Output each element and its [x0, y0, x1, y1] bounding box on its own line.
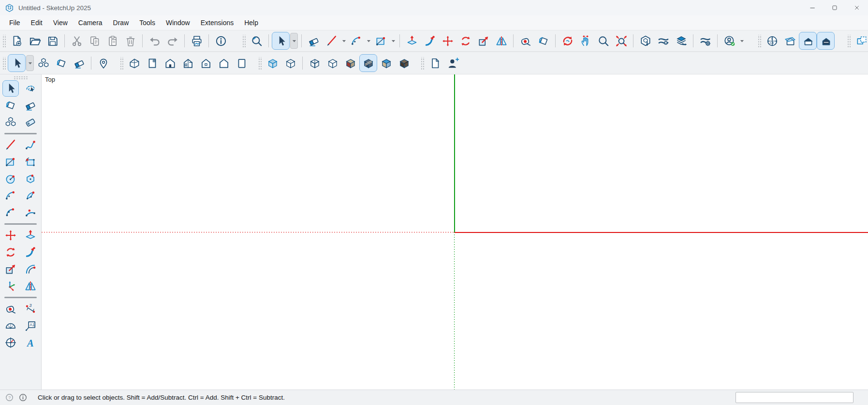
- offset-tool-button[interactable]: [22, 261, 39, 277]
- text-tool-button[interactable]: A1: [22, 318, 39, 334]
- rotate-button[interactable]: [456, 32, 474, 50]
- display-section-cuts-button[interactable]: [799, 32, 817, 50]
- style-hidden-line-button[interactable]: [324, 54, 341, 72]
- menu-view[interactable]: View: [48, 17, 73, 29]
- arc-dropdown-button[interactable]: [365, 33, 372, 49]
- rotated-rectangle-tool-button[interactable]: [22, 154, 39, 170]
- eraser-tool-button[interactable]: [22, 97, 39, 114]
- protractor-tool-button[interactable]: [2, 318, 19, 334]
- select-button[interactable]: [8, 54, 26, 72]
- drag-handle[interactable]: [242, 35, 246, 47]
- dimension-tool-button[interactable]: 3: [22, 301, 39, 317]
- open-button[interactable]: [26, 32, 44, 50]
- select-tool-button[interactable]: [2, 80, 19, 97]
- tape-measure-button[interactable]: [516, 32, 534, 50]
- menu-file[interactable]: File: [4, 17, 26, 29]
- drag-handle[interactable]: [258, 57, 262, 70]
- menu-draw[interactable]: Draw: [108, 17, 134, 29]
- arc-3-point-tool-button[interactable]: [2, 204, 19, 221]
- drag-handle[interactable]: [2, 35, 6, 47]
- eraser-button[interactable]: [70, 54, 88, 72]
- tape-measure-tool-button[interactable]: [2, 301, 19, 317]
- paint-bucket-button[interactable]: [534, 32, 552, 50]
- line-button[interactable]: [323, 32, 340, 50]
- follow-me-tool-button[interactable]: [22, 244, 39, 260]
- freehand-tool-button[interactable]: [22, 137, 39, 153]
- axes-tool-button[interactable]: [2, 278, 19, 294]
- minimize-button[interactable]: [801, 0, 824, 15]
- eraser-button[interactable]: [305, 32, 323, 50]
- paste-button[interactable]: [103, 32, 121, 50]
- orbit-button[interactable]: [559, 32, 576, 50]
- rectangle-tool-button[interactable]: [2, 154, 19, 170]
- maximize-button[interactable]: [824, 0, 846, 15]
- view-front-button[interactable]: [161, 54, 179, 72]
- push-pull-tool-button[interactable]: [22, 227, 39, 244]
- extension-warehouse-button[interactable]: [654, 32, 672, 50]
- follow-me-button[interactable]: [421, 32, 439, 50]
- rotate-tool-button[interactable]: [2, 244, 19, 260]
- geolocation-help-button[interactable]: ?: [5, 393, 14, 402]
- move-button[interactable]: [439, 32, 456, 50]
- view-iso-button[interactable]: [125, 54, 143, 72]
- style-monochrome-button[interactable]: [377, 54, 395, 72]
- menu-extensions[interactable]: Extensions: [195, 17, 239, 29]
- 3d-warehouse-button[interactable]: [636, 32, 654, 50]
- display-section-planes-button[interactable]: [781, 32, 799, 50]
- drag-handle[interactable]: [421, 57, 424, 70]
- flip-button[interactable]: [492, 32, 510, 50]
- drag-handle[interactable]: [120, 57, 123, 70]
- style-ambient-occlusion-button[interactable]: [395, 54, 413, 72]
- add-location-button[interactable]: [94, 54, 112, 72]
- style-wireframe-button[interactable]: [306, 54, 324, 72]
- account-dropdown-button[interactable]: [738, 33, 745, 49]
- cut-button[interactable]: [68, 32, 86, 50]
- model-info-button[interactable]: [212, 32, 230, 50]
- print-button[interactable]: [188, 32, 206, 50]
- pie-tool-button[interactable]: [22, 188, 39, 204]
- paint-bucket-button[interactable]: [52, 54, 70, 72]
- drag-handle[interactable]: [2, 57, 6, 70]
- section-plane-button[interactable]: CA·B: [763, 32, 781, 50]
- 3d-text-tool-button[interactable]: A: [22, 334, 39, 351]
- arc-tool-button[interactable]: [2, 188, 19, 204]
- drag-handle[interactable]: [847, 35, 851, 47]
- components-button[interactable]: [34, 54, 52, 72]
- model-status-button[interactable]: [18, 393, 28, 402]
- arc-button[interactable]: [347, 32, 365, 50]
- style-shaded-with-textures-button[interactable]: [359, 54, 377, 72]
- view-left-button[interactable]: [215, 54, 233, 72]
- blank-page-button[interactable]: [426, 54, 444, 72]
- redo-button[interactable]: [163, 32, 181, 50]
- move-tool-button[interactable]: [2, 227, 19, 244]
- style-xray-button[interactable]: [264, 54, 281, 72]
- style-shaded-button[interactable]: [341, 54, 359, 72]
- select-button[interactable]: [272, 32, 290, 50]
- view-back-button[interactable]: [197, 54, 215, 72]
- drag-handle[interactable]: [14, 76, 28, 79]
- viewport[interactable]: Top: [42, 74, 868, 390]
- search-sketchup-button[interactable]: [248, 32, 265, 50]
- delete-button[interactable]: [121, 32, 139, 50]
- zoom-extents-button[interactable]: [612, 32, 630, 50]
- menu-camera[interactable]: Camera: [73, 17, 108, 29]
- compass-tool-button[interactable]: [2, 334, 19, 351]
- scale-button[interactable]: [474, 32, 492, 50]
- undo-button[interactable]: [146, 32, 163, 50]
- drag-handle[interactable]: [758, 35, 761, 47]
- arc-2-point-tool-button[interactable]: [22, 204, 39, 221]
- line-dropdown-button[interactable]: [340, 33, 347, 49]
- account-button[interactable]: [721, 32, 738, 50]
- menu-edit[interactable]: Edit: [26, 17, 48, 29]
- rectangle-dropdown-button[interactable]: [390, 33, 397, 49]
- paint-bucket-tool-button[interactable]: [2, 97, 19, 114]
- extension-manager-button[interactable]: [696, 32, 714, 50]
- close-button[interactable]: [846, 0, 868, 15]
- save-button[interactable]: [44, 32, 61, 50]
- line-tool-button[interactable]: [2, 137, 19, 153]
- scale-tool-button[interactable]: [2, 261, 19, 277]
- lasso-tool-button[interactable]: [22, 80, 39, 97]
- select-dropdown-button[interactable]: [26, 55, 34, 71]
- menu-help[interactable]: Help: [239, 17, 264, 29]
- zoom-button[interactable]: [594, 32, 612, 50]
